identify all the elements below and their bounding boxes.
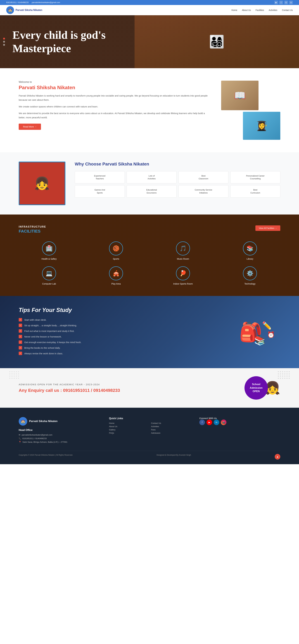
library-icon: 📚 bbox=[243, 242, 257, 256]
footer-content: 🏫 Parvati Siksha Nikaten Head Office ✉ p… bbox=[19, 417, 280, 444]
footer-link-contact[interactable]: Contact Us bbox=[151, 422, 190, 424]
facilities-grid: 🏥 Health & Saftey 🏀 Sports 🎵 Music Room … bbox=[19, 242, 280, 285]
top-bar: 9161951011 / 9140498233 parvatishikshani… bbox=[0, 0, 299, 5]
admissions-year: ADMISSIONS OPEN FOR THE ACADEMIC YEAR - … bbox=[19, 383, 120, 386]
technology-icon: ⚙️ bbox=[243, 266, 257, 280]
footer-link-gallery[interactable]: Gallery bbox=[109, 428, 148, 431]
computer-lab-label: Computer Lab bbox=[19, 282, 80, 285]
tip-text-5: Get enough exercise everyday. It keeps t… bbox=[24, 341, 82, 344]
hero-image: 👨‍👩‍👧‍👦 bbox=[134, 15, 299, 68]
facebook-footer-icon[interactable]: f bbox=[199, 420, 205, 425]
head-office-label: Head Office bbox=[19, 429, 100, 432]
instagram-footer-icon[interactable]: 📷 bbox=[221, 420, 226, 425]
tip-check-3: ✓ bbox=[19, 329, 22, 333]
tip-7: ✓ Always revise the work done in class. bbox=[19, 352, 209, 355]
infrastructure-label: INFRASTRUCTURE bbox=[19, 226, 46, 228]
music-room-label: Music Room bbox=[152, 258, 213, 260]
tip-text-3: Find out what is most important and stud… bbox=[24, 330, 74, 332]
nav-home[interactable]: Home bbox=[232, 9, 237, 11]
hero-dot-2[interactable] bbox=[3, 41, 5, 43]
facebook-icon[interactable]: f bbox=[280, 1, 283, 4]
read-more-button[interactable]: Read More → bbox=[19, 124, 41, 130]
welcome-school-name: Parvati Shiksha Nikaten bbox=[19, 85, 212, 90]
tips-content: Tips For Your Study ✓ Start with clean d… bbox=[19, 307, 209, 357]
tip-check-7: ✓ bbox=[19, 352, 22, 355]
features-grid: ExperiencedTeachers Lots ofActivities Be… bbox=[75, 171, 280, 198]
tip-text-2: Sit up straight… a straight body….straig… bbox=[24, 324, 77, 327]
tip-text-7: Always revise the work done in class. bbox=[24, 352, 63, 355]
footer-link-fees[interactable]: Fees bbox=[151, 428, 190, 431]
youtube-footer-icon[interactable]: ▶ bbox=[206, 420, 212, 425]
sports-label: Sports bbox=[86, 258, 146, 260]
phone-number: 9161951011 / 9140498233 bbox=[6, 2, 28, 4]
tips-heading: Tips For Your Study bbox=[19, 307, 209, 313]
footer-link-faqs[interactable]: FAQs bbox=[109, 432, 148, 434]
social-icons: f ▶ in 📷 bbox=[199, 420, 280, 425]
welcome-para2: We create outdoor spaces where children … bbox=[19, 104, 212, 109]
dots-left: for(let i=0;i<20;i++) document.write('<d… bbox=[9, 371, 19, 379]
nav-facilities[interactable]: Facilities bbox=[256, 9, 264, 11]
scroll-top-button[interactable]: ▲ bbox=[275, 454, 280, 460]
footer-link-activities[interactable]: Activities bbox=[151, 425, 190, 428]
facilities-title: INFRASTRUCTURE FACILITIES bbox=[19, 226, 46, 234]
footer-email: ✉ parvatishikshanikaten@gmail.com bbox=[19, 434, 100, 436]
youtube-icon[interactable]: ▶ bbox=[274, 1, 278, 4]
footer-link-home[interactable]: Home bbox=[109, 422, 148, 424]
tip-5: ✓ Get enough exercise everyday. It keeps… bbox=[19, 340, 209, 344]
feature-experienced-teachers: ExperiencedTeachers bbox=[75, 171, 125, 184]
footer-head-office: 🏫 Parvati Siksha Nikaten Head Office ✉ p… bbox=[19, 417, 100, 444]
tip-text-1: Start with clean desk. bbox=[24, 318, 46, 321]
welcome-images: 📖 👩‍🎓 bbox=[221, 81, 280, 140]
feature-community-service: Community ServiceInitiatives bbox=[178, 185, 228, 198]
email-address: parvatishikshanikaten@gmail.com bbox=[32, 2, 60, 4]
view-all-button[interactable]: View All Facilities → bbox=[256, 226, 280, 231]
facility-library: 📚 Library bbox=[220, 242, 280, 260]
logo-icon: 🏫 bbox=[6, 6, 14, 14]
admissions-text: ADMISSIONS OPEN FOR THE ACADEMIC YEAR - … bbox=[19, 383, 120, 393]
footer-link-admission[interactable]: Admission bbox=[151, 432, 190, 434]
tip-text-4: Never omit the lesson or homework. bbox=[24, 335, 62, 338]
why-choose-section: 👧 Why Choose Parvati Siksha Nikaten Expe… bbox=[0, 152, 299, 214]
footer-link-about[interactable]: About Us bbox=[109, 425, 148, 428]
logo[interactable]: 🏫 Parvati Siksha Nikaten bbox=[6, 6, 42, 14]
hero-heading: Every child is god's Masterpiece bbox=[12, 28, 106, 55]
designed-by: Designed & Developed By Arunesh Singh bbox=[156, 454, 191, 460]
nav-contact[interactable]: Contact Us bbox=[282, 9, 293, 11]
footer-bottom: Copyrights © 2024 Parvati Shiksha Nikate… bbox=[19, 451, 280, 460]
footer-links-grid: Home Contact Us About Us Activities Gall… bbox=[109, 422, 190, 434]
footer-logo-text: Parvati Siksha Nikaten bbox=[29, 420, 58, 423]
email-icon: ✉ bbox=[19, 434, 20, 436]
tip-check-4: ✓ bbox=[19, 335, 22, 338]
footer-phone: 📞 6161951011 / 9140498233 bbox=[19, 437, 100, 440]
sports-icon: 🏀 bbox=[109, 242, 123, 256]
google-icon[interactable]: G bbox=[284, 1, 288, 4]
hero-dots bbox=[3, 38, 5, 46]
tip-check-6: ✓ bbox=[19, 346, 22, 350]
admissions-section: for(let i=0;i<20;i++) document.write('<d… bbox=[0, 368, 299, 408]
nav-about[interactable]: About Us bbox=[242, 9, 251, 11]
feature-best-curriculum: BestCurriculum bbox=[230, 185, 280, 198]
footer-quick-links: Quick Links Home Contact Us About Us Act… bbox=[109, 417, 190, 444]
hero-dot-1[interactable] bbox=[3, 38, 5, 40]
welcome-subtitle: Welcome to bbox=[19, 81, 212, 84]
feature-best-classroom: BestClassroom bbox=[178, 171, 228, 184]
copyright-text: Copyrights © 2024 Parvati Shiksha Nikate… bbox=[19, 454, 73, 460]
linkedin-icon[interactable]: in bbox=[289, 1, 293, 4]
indoor-sports-label: Indoor Sports Room bbox=[152, 282, 213, 285]
address-icon: 📍 bbox=[19, 441, 21, 443]
hero-dot-3[interactable] bbox=[3, 44, 5, 46]
tip-check-2: ✓ bbox=[19, 324, 22, 327]
play-area-icon: 🎪 bbox=[109, 266, 123, 280]
footer-logo: 🏫 Parvati Siksha Nikaten bbox=[19, 417, 100, 426]
tips-image: 🎒 📚 ✏️ ⏰ bbox=[221, 321, 280, 343]
tip-1: ✓ Start with clean desk. bbox=[19, 318, 209, 322]
tip-check-5: ✓ bbox=[19, 340, 22, 344]
footer: 🏫 Parvati Siksha Nikaten Head Office ✉ p… bbox=[0, 408, 299, 464]
computer-lab-icon: 💻 bbox=[42, 266, 56, 280]
dots-right bbox=[278, 371, 290, 379]
facility-music-room: 🎵 Music Room bbox=[152, 242, 213, 260]
nav-activities[interactable]: Activities bbox=[269, 9, 277, 11]
linkedin-footer-icon[interactable]: in bbox=[214, 420, 219, 425]
tip-2: ✓ Sit up straight… a straight body….stra… bbox=[19, 324, 209, 327]
feature-lots-activities: Lots ofActivities bbox=[126, 171, 176, 184]
